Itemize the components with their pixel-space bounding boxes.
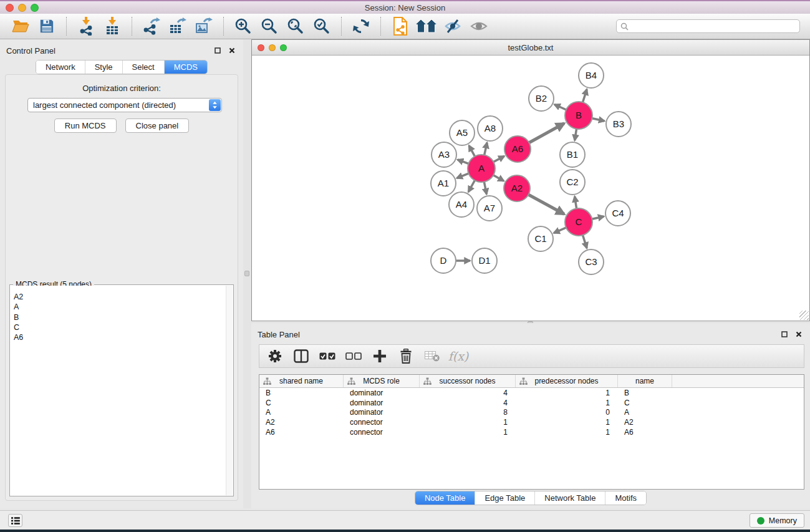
node-A6[interactable]: A6 [504, 136, 531, 162]
node-A3[interactable]: A3 [432, 142, 456, 167]
table-cell[interactable]: A2 [618, 418, 672, 427]
node-A1[interactable]: A1 [431, 171, 456, 196]
export-network-icon[interactable] [138, 16, 165, 37]
column-header-successor-nodes[interactable]: successor nodes [420, 375, 516, 387]
function-builder-icon[interactable]: f(x) [448, 346, 469, 366]
close-panel-button[interactable]: Close panel [125, 118, 190, 133]
network-document-icon[interactable] [387, 16, 413, 37]
node-A4[interactable]: A4 [449, 192, 474, 217]
table-row[interactable]: A6connector11A6 [259, 427, 804, 437]
settings-gear-icon[interactable] [264, 346, 286, 366]
table-cell[interactable]: C [259, 399, 344, 407]
memory-button[interactable]: Memory [750, 513, 804, 528]
vertical-splitter[interactable] [243, 39, 251, 508]
maximize-network-button[interactable] [280, 44, 287, 51]
node-B2[interactable]: B2 [529, 86, 554, 111]
run-mcds-button[interactable]: Run MCDS [54, 118, 117, 133]
zoom-fit-icon[interactable] [282, 16, 309, 37]
node-A8[interactable]: A8 [478, 116, 503, 141]
table-row[interactable]: Bdominator41B [259, 388, 804, 398]
table-cell[interactable]: 8 [420, 408, 516, 417]
deselect-all-checks-icon[interactable] [343, 346, 364, 366]
column-header-MCDS-role[interactable]: MCDS role [344, 375, 420, 387]
table-cell[interactable]: 1 [516, 428, 618, 437]
table-cell[interactable]: 1 [516, 418, 618, 427]
table-cell[interactable]: 4 [420, 389, 516, 397]
table-cell[interactable]: B [259, 389, 344, 397]
resize-grip[interactable] [799, 311, 809, 320]
result-item-a[interactable]: A [14, 302, 233, 312]
tab-network[interactable]: Network [36, 60, 85, 74]
zoom-in-icon[interactable] [230, 16, 256, 37]
select-all-checks-icon[interactable] [317, 346, 338, 366]
minimize-window-button[interactable] [18, 4, 26, 12]
table-row[interactable]: Cdominator41C [259, 398, 804, 408]
table-cell[interactable]: A6 [259, 428, 344, 437]
close-window-button[interactable] [6, 4, 14, 12]
table-cell[interactable]: 4 [420, 399, 516, 407]
table-cell[interactable]: A [618, 408, 672, 417]
show-columns-icon[interactable] [291, 346, 312, 366]
table-cell[interactable]: connector [344, 428, 420, 437]
splitter-handle[interactable] [244, 271, 249, 276]
result-item-a2[interactable]: A2 [14, 292, 233, 302]
table-tab-node-table[interactable]: Node Table [415, 491, 476, 505]
column-header-name[interactable]: name [618, 375, 672, 387]
delete-table-icon[interactable] [422, 346, 443, 366]
home-networks-icon[interactable] [413, 16, 440, 37]
refresh-layout-icon[interactable] [348, 16, 374, 37]
table-tab-motifs[interactable]: Motifs [605, 491, 646, 505]
import-network-icon[interactable] [73, 16, 99, 37]
table-cell[interactable]: A [259, 408, 344, 417]
zoom-out-icon[interactable] [256, 16, 282, 37]
table-cell[interactable]: A6 [618, 428, 672, 437]
close-panel-icon[interactable] [795, 331, 803, 338]
table-tab-network-table[interactable]: Network Table [535, 491, 605, 505]
tab-mcds[interactable]: MCDS [165, 60, 207, 74]
add-column-icon[interactable] [369, 346, 390, 366]
table-cell[interactable]: connector [344, 418, 420, 427]
node-A5[interactable]: A5 [450, 120, 475, 145]
node-B3[interactable]: B3 [606, 112, 631, 137]
tab-select[interactable]: Select [123, 60, 165, 74]
node-C2[interactable]: C2 [560, 170, 585, 195]
open-folder-icon[interactable] [7, 16, 34, 37]
hide-view-icon[interactable] [440, 16, 466, 37]
close-panel-icon[interactable] [228, 47, 236, 54]
float-panel-icon[interactable] [214, 47, 221, 54]
show-view-icon[interactable] [466, 16, 492, 37]
table-tab-edge-table[interactable]: Edge Table [475, 491, 535, 505]
table-cell[interactable]: dominator [344, 389, 420, 397]
node-A7[interactable]: A7 [477, 196, 502, 221]
network-canvas[interactable]: B4B2BB3A5A8A6A3AB1A1C2A2A4A7C4CC1C3DD1 [252, 56, 809, 321]
table-cell[interactable]: 1 [420, 418, 516, 427]
float-panel-icon[interactable] [781, 331, 788, 338]
save-icon[interactable] [34, 16, 60, 37]
node-C3[interactable]: C3 [579, 249, 604, 274]
table-cell[interactable]: dominator [344, 399, 420, 407]
result-scrollbar[interactable] [226, 286, 233, 495]
close-network-button[interactable] [258, 44, 264, 51]
table-cell[interactable]: 1 [516, 399, 618, 407]
node-C[interactable]: C [565, 208, 592, 236]
panel-menu-button[interactable] [8, 514, 22, 527]
table-cell[interactable]: C [618, 399, 672, 407]
table-cell[interactable]: dominator [344, 408, 420, 417]
network-graph[interactable]: B4B2BB3A5A8A6A3AB1A1C2A2A4A7C4CC1C3DD1 [252, 56, 809, 321]
table-cell[interactable]: 1 [420, 428, 516, 437]
import-table-icon[interactable] [99, 16, 125, 37]
table-row[interactable]: Adominator80A [259, 407, 804, 417]
optimization-select[interactable]: largest connected component (directed) [27, 98, 222, 112]
table-cell[interactable]: B [618, 389, 672, 397]
delete-column-icon[interactable] [395, 346, 417, 366]
tab-style[interactable]: Style [85, 60, 123, 74]
table-cell[interactable]: A2 [259, 418, 344, 427]
result-item-c[interactable]: C [14, 322, 233, 332]
search-input[interactable] [616, 19, 800, 33]
node-C4[interactable]: C4 [605, 201, 630, 226]
node-A2[interactable]: A2 [504, 175, 530, 201]
node-D[interactable]: D [431, 248, 456, 273]
zoom-selected-icon[interactable] [309, 16, 335, 37]
column-header-predecessor-nodes[interactable]: predecessor nodes [516, 375, 618, 387]
node-B4[interactable]: B4 [579, 63, 604, 88]
